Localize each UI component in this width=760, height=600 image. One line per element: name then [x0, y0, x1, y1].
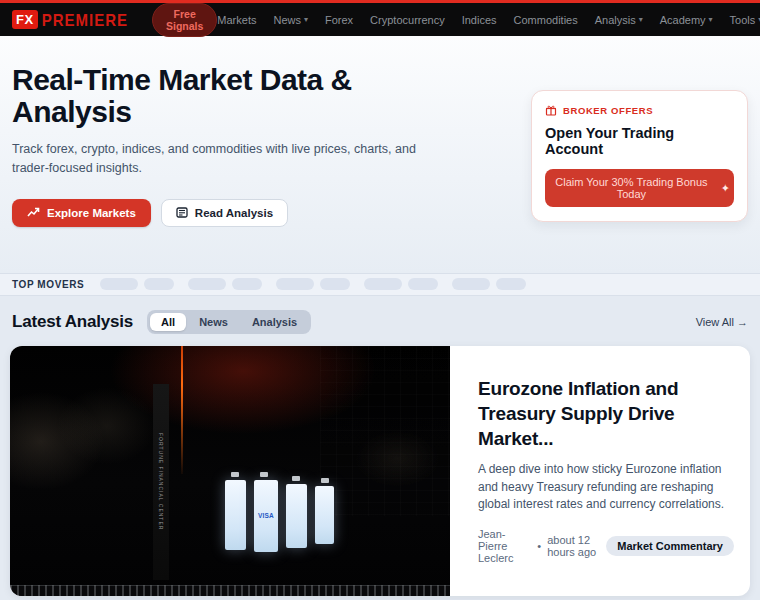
tab-analysis[interactable]: Analysis	[241, 313, 308, 331]
street-fence	[10, 585, 450, 596]
article-excerpt: A deep dive into how sticky Eurozone inf…	[478, 461, 734, 513]
chevron-down-icon: ▾	[304, 15, 308, 24]
read-analysis-button[interactable]: Read Analysis	[161, 199, 288, 227]
top-movers-bar: TOP MOVERS	[0, 273, 760, 296]
skeleton-pill-group	[452, 278, 526, 290]
article-meta: Jean-Pierre Leclerc • about 12 hours ago…	[478, 528, 734, 564]
view-all-link[interactable]: View All →	[696, 316, 748, 328]
nav-item-news[interactable]: News▾	[273, 14, 308, 26]
logo-fx-mark: FX	[12, 10, 38, 29]
top-movers-label: TOP MOVERS	[12, 279, 84, 290]
logo-wordmark: PREMIERE	[42, 10, 128, 29]
featured-article-card: FORTUNE FINANCIAL CENTER VISA Eurozone I…	[10, 346, 750, 596]
skeleton-pill	[188, 278, 226, 290]
nav-item-markets[interactable]: Markets	[217, 14, 256, 26]
hero-buttons: Explore Markets Read Analysis	[12, 199, 531, 227]
building-facade	[320, 346, 450, 516]
article-title[interactable]: Eurozone Inflation and Treasury Supply D…	[478, 377, 734, 451]
chevron-down-icon: ▾	[709, 15, 713, 24]
site-logo[interactable]: FX PREMIERE	[12, 10, 128, 29]
tab-all[interactable]: All	[150, 313, 186, 331]
featured-article-image[interactable]: FORTUNE FINANCIAL CENTER VISA	[10, 346, 450, 596]
skeleton-pill	[364, 278, 402, 290]
broker-offers-card: BROKER OFFERS Open Your Trading Account …	[531, 90, 748, 222]
section-heading: Latest Analysis	[12, 312, 133, 332]
hero-section: Real-Time Market Data & Analysis Track f…	[0, 36, 760, 273]
skeleton-pill	[100, 278, 138, 290]
nav-item-tools[interactable]: Tools▾	[730, 14, 760, 26]
billboard-screens: VISA	[225, 480, 334, 552]
explore-markets-button[interactable]: Explore Markets	[12, 199, 151, 227]
skeleton-pill	[320, 278, 350, 290]
nav-item-cryptocurrency[interactable]: Cryptocurrency	[370, 14, 445, 26]
main-nav: Markets News▾ Forex Cryptocurrency Indic…	[217, 13, 760, 26]
nav-item-academy[interactable]: Academy▾	[660, 14, 713, 26]
chevron-down-icon: ▾	[639, 15, 643, 24]
top-nav-bar: FX PREMIERE Free Signals Markets News▾ F…	[0, 0, 760, 36]
top-movers-skeletons	[100, 278, 526, 290]
page-title: Real-Time Market Data & Analysis	[12, 64, 452, 127]
newspaper-icon	[176, 207, 188, 218]
gift-icon	[545, 104, 557, 116]
skeleton-pill-group	[188, 278, 262, 290]
skeleton-pill-group	[276, 278, 350, 290]
building-sign: FORTUNE FINANCIAL CENTER	[153, 384, 169, 580]
tab-news[interactable]: News	[188, 313, 239, 331]
broker-offers-title: Open Your Trading Account	[545, 125, 734, 157]
skeleton-pill	[496, 278, 526, 290]
skeleton-pill-group	[364, 278, 438, 290]
skeleton-pill	[144, 278, 174, 290]
billboard-panel-visa: VISA	[254, 480, 278, 552]
page-subtitle: Track forex, crypto, indices, and commod…	[12, 140, 432, 179]
article-author: Jean-Pierre Leclerc	[478, 528, 531, 564]
skeleton-pill	[276, 278, 314, 290]
featured-article-body: Eurozone Inflation and Treasury Supply D…	[450, 346, 750, 596]
free-signals-button[interactable]: Free Signals	[152, 3, 217, 37]
nav-item-forex[interactable]: Forex	[325, 14, 353, 26]
visa-logo: VISA	[258, 512, 274, 519]
article-category-badge[interactable]: Market Commentary	[606, 536, 734, 556]
skeleton-pill-group	[100, 278, 174, 290]
article-timestamp: about 12 hours ago	[547, 534, 600, 558]
hero-copy: Real-Time Market Data & Analysis Track f…	[12, 60, 531, 227]
skeleton-pill	[452, 278, 490, 290]
meta-dot-separator: •	[537, 540, 541, 552]
billboard-panel	[315, 486, 334, 544]
nav-item-indices[interactable]: Indices	[462, 14, 497, 26]
sparkle-icon: ✦	[721, 182, 730, 195]
content-filter-tabs: All News Analysis	[147, 310, 311, 334]
broker-offers-eyebrow: BROKER OFFERS	[545, 104, 734, 116]
skeleton-pill	[232, 278, 262, 290]
trending-up-icon	[27, 207, 40, 218]
claim-bonus-button[interactable]: Claim Your 30% Trading Bonus Today ✦	[545, 169, 734, 207]
billboard-panel	[286, 484, 307, 548]
nav-item-commodities[interactable]: Commodities	[514, 14, 578, 26]
billboard-panel	[225, 480, 246, 550]
nav-item-analysis[interactable]: Analysis▾	[595, 14, 643, 26]
skeleton-pill	[408, 278, 438, 290]
lit-pole	[181, 346, 183, 474]
latest-analysis-header: Latest Analysis All News Analysis View A…	[0, 310, 760, 334]
